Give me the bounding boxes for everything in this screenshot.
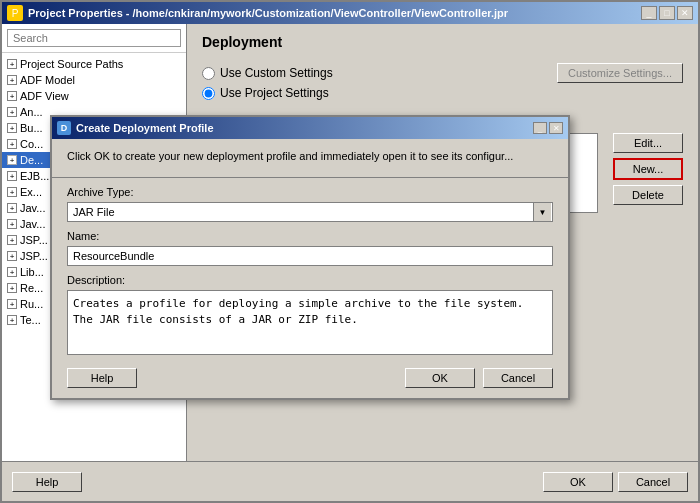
radio-custom-row: Use Custom Settings Customize Settings..… <box>202 63 683 83</box>
tree-item-project-source-paths[interactable]: + Project Source Paths <box>2 56 186 72</box>
archive-type-select-wrapper: JAR File WAR File EAR File MAR File ▼ <box>67 202 553 222</box>
tree-item-adf-view[interactable]: + ADF View <box>2 88 186 104</box>
title-bar: P Project Properties - /home/cnkiran/myw… <box>2 2 698 24</box>
dialog-message: Click OK to create your new deployment p… <box>67 149 553 164</box>
expand-icon[interactable]: + <box>7 123 17 133</box>
bottom-bar: Help OK Cancel <box>2 461 698 501</box>
window-title: Project Properties - /home/cnkiran/mywor… <box>28 7 508 19</box>
tree-item-label: JSP... <box>20 250 48 262</box>
name-input[interactable] <box>67 246 553 266</box>
archive-type-field: Archive Type: JAR File WAR File EAR File… <box>67 186 553 222</box>
tree-item-label: Project Source Paths <box>20 58 123 70</box>
tree-item-label: Re... <box>20 282 43 294</box>
expand-icon[interactable]: + <box>7 139 17 149</box>
tree-item-label: EJB... <box>20 170 49 182</box>
window-icon-label: P <box>12 8 19 19</box>
tree-item-label: De... <box>20 154 43 166</box>
title-bar-controls: _ □ ✕ <box>641 6 693 20</box>
radio-custom[interactable] <box>202 67 215 80</box>
expand-icon[interactable]: + <box>7 267 17 277</box>
expand-icon[interactable]: + <box>7 235 17 245</box>
tree-item-label: Ex... <box>20 186 42 198</box>
expand-icon[interactable]: + <box>7 283 17 293</box>
tree-item-label: ADF Model <box>20 74 75 86</box>
expand-icon[interactable]: + <box>7 219 17 229</box>
expand-icon[interactable]: + <box>7 59 17 69</box>
name-field: Name: <box>67 230 553 266</box>
archive-type-select[interactable]: JAR File WAR File EAR File MAR File <box>67 202 553 222</box>
tree-item-label: Te... <box>20 314 41 326</box>
expand-icon[interactable]: + <box>7 155 17 165</box>
tree-item-label: An... <box>20 106 43 118</box>
dialog-cancel-button[interactable]: Cancel <box>483 368 553 388</box>
new-button[interactable]: New... <box>613 158 683 180</box>
dialog-ok-cancel: OK Cancel <box>405 368 553 388</box>
expand-icon[interactable]: + <box>7 203 17 213</box>
expand-icon[interactable]: + <box>7 315 17 325</box>
dialog-ok-button[interactable]: OK <box>405 368 475 388</box>
dialog-close-button[interactable]: ✕ <box>549 122 563 134</box>
expand-icon[interactable]: + <box>7 107 17 117</box>
name-label: Name: <box>67 230 553 242</box>
radio-project[interactable] <box>202 87 215 100</box>
dialog-controls: _ ✕ <box>533 122 563 134</box>
customize-settings-button[interactable]: Customize Settings... <box>557 63 683 83</box>
description-label: Description: <box>67 274 553 286</box>
description-field: Description: Creates a profile for deplo… <box>67 274 553 355</box>
dialog-help-button[interactable]: Help <box>67 368 137 388</box>
close-button[interactable]: ✕ <box>677 6 693 20</box>
dialog-icon: D <box>57 121 71 135</box>
dialog-title-bar: D Create Deployment Profile _ ✕ <box>52 117 568 139</box>
title-bar-left: P Project Properties - /home/cnkiran/myw… <box>7 5 508 21</box>
dialog-buttons: Help OK Cancel <box>67 368 553 388</box>
expand-icon[interactable]: + <box>7 91 17 101</box>
window-icon: P <box>7 5 23 21</box>
tree-item-label: Jav... <box>20 202 45 214</box>
tree-item-adf-model[interactable]: + ADF Model <box>2 72 186 88</box>
expand-icon[interactable]: + <box>7 187 17 197</box>
archive-type-label: Archive Type: <box>67 186 553 198</box>
tree-item-label: Bu... <box>20 122 43 134</box>
expand-icon[interactable]: + <box>7 299 17 309</box>
create-deployment-dialog: D Create Deployment Profile _ ✕ Click OK… <box>50 115 570 400</box>
tree-item-label: Lib... <box>20 266 44 278</box>
bottom-ok-button[interactable]: OK <box>543 472 613 492</box>
search-bar <box>2 24 186 53</box>
tree-item-label: Ru... <box>20 298 43 310</box>
panel-title: Deployment <box>202 34 683 50</box>
radio-custom-label: Use Custom Settings <box>220 66 333 80</box>
bottom-right-buttons: OK Cancel <box>543 472 688 492</box>
description-textarea[interactable]: Creates a profile for deploying a simple… <box>67 290 553 355</box>
expand-icon[interactable]: + <box>7 251 17 261</box>
dialog-minimize-button[interactable]: _ <box>533 122 547 134</box>
tree-item-label: Jav... <box>20 218 45 230</box>
bottom-help-button[interactable]: Help <box>12 472 82 492</box>
radio-project-row: Use Project Settings <box>202 86 683 100</box>
edit-button[interactable]: Edit... <box>613 133 683 153</box>
delete-button[interactable]: Delete <box>613 185 683 205</box>
search-input[interactable] <box>7 29 181 47</box>
bottom-cancel-button[interactable]: Cancel <box>618 472 688 492</box>
expand-icon[interactable]: + <box>7 75 17 85</box>
dialog-title: D Create Deployment Profile <box>57 121 214 135</box>
dialog-title-label: Create Deployment Profile <box>76 122 214 134</box>
dialog-divider <box>52 177 568 178</box>
minimize-button[interactable]: _ <box>641 6 657 20</box>
radio-project-label: Use Project Settings <box>220 86 329 100</box>
expand-icon[interactable]: + <box>7 171 17 181</box>
radio-group: Use Custom Settings Customize Settings..… <box>202 63 683 100</box>
tree-item-label: ADF View <box>20 90 69 102</box>
maximize-button[interactable]: □ <box>659 6 675 20</box>
tree-item-label: Co... <box>20 138 43 150</box>
dialog-content: Click OK to create your new deployment p… <box>52 139 568 398</box>
deployment-buttons: Edit... New... Delete <box>613 133 683 213</box>
tree-item-label: JSP... <box>20 234 48 246</box>
